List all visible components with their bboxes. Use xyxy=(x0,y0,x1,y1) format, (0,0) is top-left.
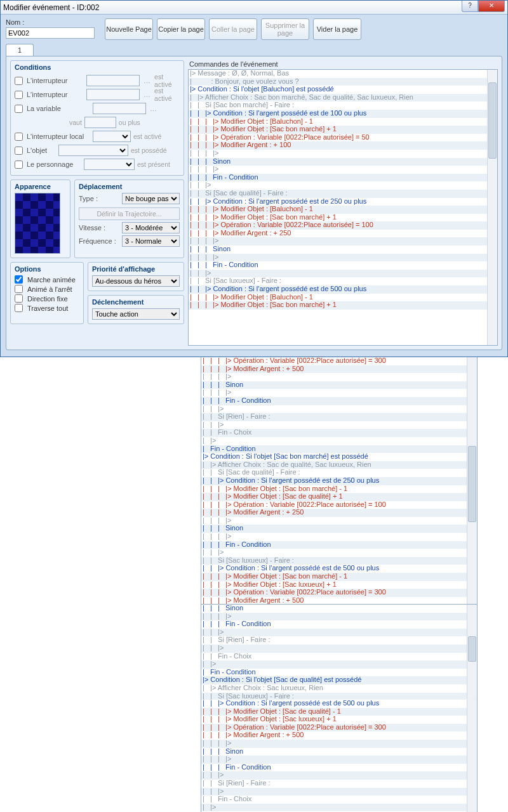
command-row[interactable]: | | | Fin - Condition xyxy=(201,764,477,772)
scrollbar[interactable] xyxy=(467,700,477,812)
appearance-title: Apparence xyxy=(15,183,66,190)
commands-listbox[interactable]: |> Message : Ø, Ø, Normal, Bas| : Bonjou… xyxy=(188,69,498,346)
cond-item-field[interactable] xyxy=(58,145,128,156)
window-buttons: ? ✕ xyxy=(462,1,505,12)
trigger-select[interactable]: Touche action xyxy=(92,308,180,320)
help-button[interactable]: ? xyxy=(462,1,478,12)
commands-listbox-4[interactable]: | | |> Condition : Si l'argent possédé e… xyxy=(201,700,478,812)
scroll-thumb[interactable] xyxy=(468,446,476,522)
command-row[interactable]: | | | Fin - Condition xyxy=(189,261,497,270)
command-row[interactable]: | | | Sinon xyxy=(201,381,477,390)
command-row[interactable]: | | | Sinon xyxy=(189,246,497,254)
command-row[interactable]: | | | |> xyxy=(189,237,497,246)
cond-switch1-label: L'interrupteur xyxy=(27,77,84,84)
command-row[interactable]: | | | |> Modifier Objet : [Sac bon march… xyxy=(189,301,497,310)
command-row[interactable]: | | | |> Modifier Argent : + 500 xyxy=(201,731,477,740)
cond-variable-value[interactable] xyxy=(84,117,116,128)
commands-title: Commandes de l'événement xyxy=(188,60,498,68)
cond-switch1-check[interactable] xyxy=(15,77,23,85)
command-row[interactable]: | | | Fin - Condition xyxy=(201,397,477,405)
name-field[interactable] xyxy=(6,27,95,39)
command-row[interactable]: | | | Fin - Condition xyxy=(201,620,477,629)
tab-page-1[interactable]: 1 xyxy=(6,44,34,56)
trigger-group: Déclenchement Touche action xyxy=(88,295,184,324)
cond-variable-check[interactable] xyxy=(15,105,23,113)
paste-page-button[interactable]: Coller la page xyxy=(209,18,257,40)
cond-actor-field[interactable] xyxy=(84,159,135,170)
cond-actor-label: Le personnage xyxy=(27,160,81,168)
cond-variable-label: La variable xyxy=(27,105,90,112)
conditions-title: Conditions xyxy=(15,63,180,71)
scrollbar[interactable] xyxy=(467,605,477,699)
ellipsis-icon[interactable]: … xyxy=(149,105,158,112)
titlebar[interactable]: Modifier événement - ID:002 ? ✕ xyxy=(1,1,507,15)
commands-listbox-3[interactable]: | | | Sinon| | | |>| | | Fin - Condition… xyxy=(201,605,478,700)
command-row[interactable]: | | Fin - Choix xyxy=(201,653,477,661)
options-group: Options Marche animée Animé à l'arrêt Di… xyxy=(10,262,84,324)
cond-actor-check[interactable] xyxy=(15,160,23,169)
command-row[interactable]: | | | Sinon xyxy=(201,748,477,756)
command-row[interactable]: | | | |> Modifier Argent : + 250 xyxy=(201,509,477,517)
close-button[interactable]: ✕ xyxy=(478,1,505,12)
options-title: Options xyxy=(15,265,79,273)
window-title: Modifier événement - ID:002 xyxy=(3,3,462,12)
command-row[interactable]: | | Fin - Choix xyxy=(201,429,477,437)
client-area: Nom : Nouvelle Page Copier la page Colle… xyxy=(1,15,507,357)
priority-group: Priorité d'affichage Au-dessous du héros xyxy=(88,262,184,291)
command-row[interactable]: | | Si [Rien] - Faire : xyxy=(201,636,477,645)
movement-freq-select[interactable]: 3 - Normale xyxy=(122,235,180,247)
command-row[interactable]: | | | Fin - Condition xyxy=(189,174,497,182)
movement-group: Déplacement Type :Ne bouge pas Définir l… xyxy=(74,180,184,258)
command-row[interactable]: | | | |> Modifier Argent : + 100 xyxy=(189,141,497,150)
command-row[interactable]: | | | Sinon xyxy=(201,605,477,613)
opt-walkanim-check[interactable] xyxy=(15,275,23,284)
sprite-preview[interactable] xyxy=(15,193,60,254)
scrollbar[interactable] xyxy=(467,357,477,604)
scroll-thumb[interactable] xyxy=(488,82,497,159)
movement-speed-select[interactable]: 3 - Modérée xyxy=(122,222,180,233)
opt-through-check[interactable] xyxy=(15,304,23,312)
cond-item-label: L'objet xyxy=(27,147,56,154)
priority-select[interactable]: Au-dessous du héros xyxy=(92,275,180,287)
name-label: Nom : xyxy=(6,18,95,26)
event-editor-window: Modifier événement - ID:002 ? ✕ Nom : No… xyxy=(0,0,508,357)
command-row[interactable]: | | | Fin - Condition xyxy=(201,541,477,549)
command-row[interactable]: | | | Sinon xyxy=(189,158,497,166)
conditions-group: Conditions L'interrupteur…est activé L'i… xyxy=(10,60,184,176)
overflow-area: | | | |> Opération : Variable [0022:Plac… xyxy=(0,357,508,812)
new-page-button[interactable]: Nouvelle Page xyxy=(105,18,153,40)
scroll-thumb[interactable] xyxy=(468,636,476,662)
cond-item-check[interactable] xyxy=(15,147,23,155)
scrollbar[interactable] xyxy=(487,70,497,345)
cond-switch2-label: L'interrupteur xyxy=(27,91,84,98)
cond-variable-field[interactable] xyxy=(93,103,146,114)
opt-stepanim-check[interactable] xyxy=(15,285,23,293)
appearance-group: Apparence xyxy=(10,180,70,258)
clear-page-button[interactable]: Vider la page xyxy=(313,18,361,40)
ellipsis-icon[interactable]: … xyxy=(142,77,152,84)
copy-page-button[interactable]: Copier la page xyxy=(157,18,205,40)
opt-dirfix-check[interactable] xyxy=(15,294,23,303)
command-row[interactable]: | | Fin - Choix xyxy=(201,796,477,804)
cond-switch2-field[interactable] xyxy=(86,89,140,100)
cond-selfswitch-label: L'interrupteur local xyxy=(27,133,90,140)
command-row[interactable]: | | Si [Rien] - Faire : xyxy=(201,413,477,421)
cond-selfswitch-field[interactable] xyxy=(93,131,131,142)
trigger-title: Déclenchement xyxy=(92,298,180,306)
cond-switch1-field[interactable] xyxy=(86,75,140,86)
cond-switch2-check[interactable] xyxy=(15,91,23,99)
command-row[interactable]: | | Si [Rien] - Faire : xyxy=(201,780,477,788)
cond-selfswitch-check[interactable] xyxy=(15,133,23,141)
commands-listbox-2[interactable]: | | | |> Opération : Variable [0022:Plac… xyxy=(201,357,478,605)
command-row[interactable]: | | | |> Modifier Argent : + 500 xyxy=(201,365,477,374)
command-row[interactable]: | | | |> xyxy=(189,150,497,158)
movement-type-select[interactable]: Ne bouge pas xyxy=(122,193,180,204)
delete-page-button[interactable]: Supprimer la page xyxy=(261,18,309,40)
command-row[interactable]: | | | |> Modifier Argent : + 250 xyxy=(189,230,497,238)
movement-title: Déplacement xyxy=(79,183,180,190)
command-row[interactable]: | | | Sinon xyxy=(201,525,477,533)
priority-title: Priorité d'affichage xyxy=(92,265,180,273)
ellipsis-icon[interactable]: … xyxy=(142,91,152,98)
trajectory-button[interactable]: Définir la Trajectoire... xyxy=(79,207,180,220)
